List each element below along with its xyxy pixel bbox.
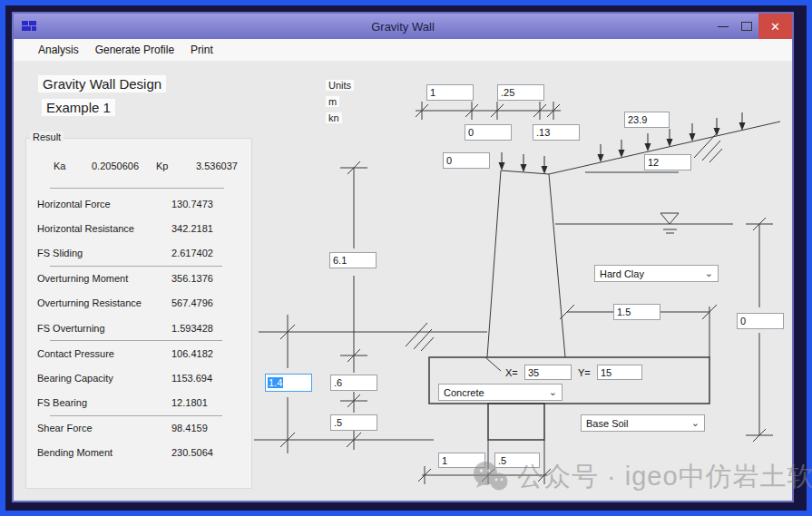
chevron-down-icon: ⌄	[549, 387, 562, 397]
water-level-input[interactable]	[737, 313, 784, 329]
backfill-soil-select[interactable]: Hard Clay ⌄	[594, 265, 719, 282]
point-y-input[interactable]	[597, 365, 642, 380]
menu-print[interactable]: Print	[182, 41, 221, 59]
slope-angle-input[interactable]	[644, 154, 691, 170]
wall-diagram	[14, 62, 792, 502]
footing-thickness-input[interactable]	[330, 375, 377, 391]
client-area: Gravity Wall Design Example 1 Units m kn…	[14, 62, 792, 501]
titlebar: Gravity Wall — ✕	[14, 14, 792, 39]
top-batter-input[interactable]	[533, 124, 580, 141]
top-offset-input[interactable]	[465, 124, 512, 141]
menu-generate-profile[interactable]: Generate Profile	[87, 41, 182, 59]
menubar: Analysis Generate Profile Print	[14, 39, 792, 62]
wall-height-input[interactable]	[329, 252, 377, 268]
surcharge-left-input[interactable]	[443, 152, 490, 169]
desktop: { "window": { "title": "Gravity Wall" },…	[0, 0, 812, 516]
y-label: Y=	[578, 367, 591, 378]
app-window: Gravity Wall — ✕ Analysis Generate Profi…	[12, 12, 794, 502]
wall-material-select[interactable]: Concrete ⌄	[438, 384, 563, 401]
embed-depth-input[interactable]: 1.4	[265, 374, 312, 392]
point-x-input[interactable]	[524, 365, 572, 380]
window-title: Gravity Wall	[14, 20, 792, 34]
key-depth-input[interactable]	[330, 414, 377, 431]
embed-depth-selected-text: 1.4	[268, 377, 283, 388]
toe-width-input[interactable]	[613, 304, 660, 320]
wall-material-value: Concrete	[444, 387, 484, 398]
x-label: X=	[505, 367, 518, 378]
base-soil-value: Base Soil	[586, 418, 628, 429]
top-width-1-input[interactable]	[426, 84, 474, 101]
chevron-down-icon: ⌄	[691, 418, 704, 428]
chevron-down-icon: ⌄	[705, 268, 718, 278]
menu-analysis[interactable]: Analysis	[30, 41, 87, 59]
key-width-input[interactable]	[494, 453, 540, 468]
top-width-2-input[interactable]	[497, 84, 544, 101]
key-offset-input[interactable]	[438, 453, 485, 468]
surcharge-load-input[interactable]	[624, 112, 670, 128]
base-soil-select[interactable]: Base Soil ⌄	[581, 414, 705, 432]
backfill-soil-value: Hard Clay	[600, 268, 644, 279]
